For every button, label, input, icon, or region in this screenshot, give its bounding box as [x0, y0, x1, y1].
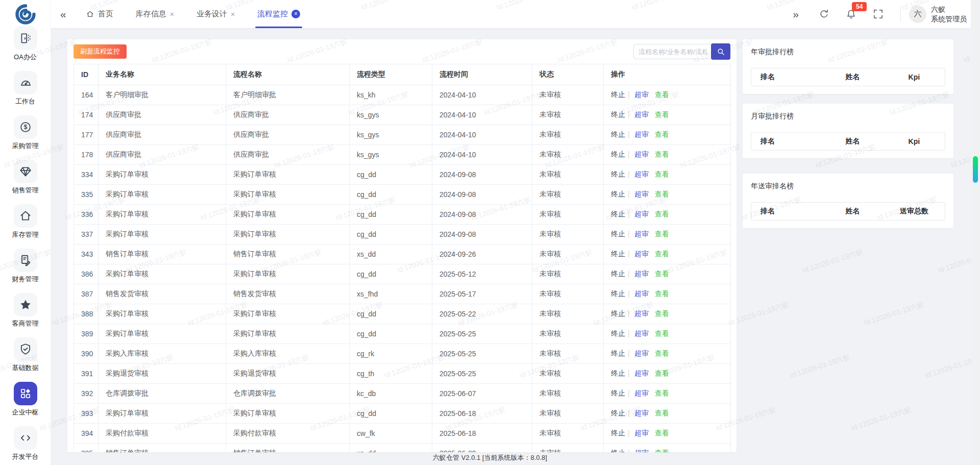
action-separator: |	[628, 270, 630, 278]
terminate-link[interactable]: 终止	[611, 130, 625, 138]
workbench-icon	[19, 76, 32, 89]
notifications-bell-icon[interactable]: 54	[845, 8, 857, 20]
super-review-link[interactable]: 超审	[634, 210, 649, 218]
super-review-link[interactable]: 超审	[634, 309, 649, 317]
super-review-link[interactable]: 超审	[634, 150, 649, 158]
terminate-link[interactable]: 终止	[611, 270, 625, 278]
super-review-link[interactable]: 超审	[634, 389, 649, 397]
super-review-link[interactable]: 超审	[634, 289, 649, 298]
super-review-link[interactable]: 超审	[634, 449, 649, 452]
terminate-link[interactable]: 终止	[611, 349, 625, 357]
tab-process-monitor[interactable]: 流程监控×	[257, 0, 300, 28]
column-header: 流程名称	[226, 64, 350, 85]
super-review-link[interactable]: 超审	[634, 349, 649, 357]
tab-inventory-info[interactable]: 库存信息×	[136, 0, 174, 28]
action-separator: |	[628, 309, 630, 317]
view-link[interactable]: 查看	[655, 409, 669, 417]
terminate-link[interactable]: 终止	[611, 250, 625, 258]
super-review-link[interactable]: 超审	[634, 329, 649, 337]
collapse-tabs-icon[interactable]: «	[60, 8, 66, 20]
cell-id: 336	[74, 205, 99, 225]
cell-status: 未审核	[532, 384, 604, 404]
terminate-link[interactable]: 终止	[611, 309, 625, 317]
view-link[interactable]: 查看	[655, 170, 669, 178]
view-link[interactable]: 查看	[655, 289, 669, 298]
expand-tabs-icon[interactable]: »	[793, 8, 799, 20]
super-review-link[interactable]: 超审	[634, 130, 649, 138]
scrollbar-thumb[interactable]	[973, 156, 978, 183]
view-link[interactable]: 查看	[655, 329, 669, 337]
table-row: 392仓库调拨审批仓库调拨审批kc_db2025-06-07未审核终止|超审查看	[74, 384, 731, 404]
sidebar-item-sales-mgmt[interactable]: 销售管理	[0, 160, 51, 204]
view-link[interactable]: 查看	[655, 270, 669, 278]
terminate-link[interactable]: 终止	[611, 90, 625, 99]
view-link[interactable]: 查看	[655, 90, 669, 99]
view-link[interactable]: 查看	[655, 429, 669, 437]
super-review-link[interactable]: 超审	[634, 110, 649, 118]
super-review-link[interactable]: 超审	[634, 250, 649, 258]
sidebar-item-base-data[interactable]: 基础数据	[0, 337, 51, 382]
tab-business-design[interactable]: 业务设计×	[197, 0, 235, 28]
terminate-link[interactable]: 终止	[611, 210, 625, 218]
sidebar-item-oa-office[interactable]: OA办公	[0, 27, 51, 71]
view-link[interactable]: 查看	[655, 110, 669, 118]
view-link[interactable]: 查看	[655, 210, 669, 218]
terminate-link[interactable]: 终止	[611, 289, 625, 298]
super-review-link[interactable]: 超审	[634, 409, 649, 417]
terminate-link[interactable]: 终止	[611, 369, 625, 377]
terminate-link[interactable]: 终止	[611, 110, 625, 118]
table-row: 395销售订单审核销售订单审核xs_dd2025-06-20未审核终止|超审查看	[74, 444, 731, 453]
view-link[interactable]: 查看	[655, 130, 669, 138]
sidebar-item-inventory-mgmt[interactable]: 库存管理	[0, 204, 51, 249]
terminate-link[interactable]: 终止	[611, 409, 625, 417]
view-link[interactable]: 查看	[655, 150, 669, 158]
sidebar-item-customer-mgmt[interactable]: 客商管理	[0, 293, 51, 337]
terminate-link[interactable]: 终止	[611, 190, 625, 198]
fullscreen-icon[interactable]	[872, 8, 884, 20]
process-table: ID业务名称流程名称流程类型流程时间状态操作 164客户明细审批客户明细审批ks…	[74, 64, 731, 452]
sidebar-item-enterprise-hub[interactable]: 企业中枢	[0, 382, 51, 426]
terminate-link[interactable]: 终止	[611, 429, 625, 437]
user-name[interactable]: 六蚁 系统管理员	[931, 5, 967, 24]
super-review-link[interactable]: 超审	[634, 429, 649, 437]
terminate-link[interactable]: 终止	[611, 329, 625, 337]
view-link[interactable]: 查看	[655, 230, 669, 238]
view-link[interactable]: 查看	[655, 349, 669, 357]
cell-type: cg_rk	[350, 344, 432, 364]
terminate-link[interactable]: 终止	[611, 150, 625, 158]
sidebar-item-finance-mgmt[interactable]: 财务管理	[0, 249, 51, 293]
search-input[interactable]	[633, 44, 712, 59]
terminate-link[interactable]: 终止	[611, 389, 625, 397]
sidebar-item-workbench[interactable]: 工作台	[0, 71, 51, 115]
view-link[interactable]: 查看	[655, 190, 669, 198]
close-tab-icon[interactable]: ×	[170, 11, 174, 18]
view-link[interactable]: 查看	[655, 309, 669, 317]
terminate-link[interactable]: 终止	[611, 230, 625, 238]
view-link[interactable]: 查看	[655, 250, 669, 258]
close-tab-icon[interactable]: ×	[231, 11, 235, 18]
page-scrollbar[interactable]	[971, 0, 980, 465]
refresh-process-monitor-button[interactable]: 刷新流程监控	[74, 44, 127, 59]
cell-id: 178	[74, 145, 99, 165]
view-link[interactable]: 查看	[655, 389, 669, 397]
tab-home[interactable]: 首页	[86, 0, 113, 28]
cell-process: 采购订单审核	[226, 404, 350, 424]
terminate-link[interactable]: 终止	[611, 449, 625, 452]
sales-mgmt-icon-box	[14, 160, 37, 183]
super-review-link[interactable]: 超审	[634, 270, 649, 278]
close-tab-icon[interactable]: ×	[291, 10, 300, 18]
sidebar-item-purchase-mgmt[interactable]: $采购管理	[0, 115, 51, 160]
cell-actions: 终止|超审查看	[604, 344, 731, 364]
search-button[interactable]	[711, 43, 730, 60]
view-link[interactable]: 查看	[655, 369, 669, 377]
super-review-link[interactable]: 超审	[634, 230, 649, 238]
super-review-link[interactable]: 超审	[634, 170, 649, 178]
terminate-link[interactable]: 终止	[611, 170, 625, 178]
super-review-link[interactable]: 超审	[634, 190, 649, 198]
super-review-link[interactable]: 超审	[634, 90, 649, 99]
cell-business: 采购订单审核	[99, 264, 226, 284]
super-review-link[interactable]: 超审	[634, 369, 649, 377]
refresh-icon[interactable]	[818, 8, 830, 20]
view-link[interactable]: 查看	[655, 449, 669, 452]
user-avatar[interactable]: 六	[909, 6, 926, 23]
